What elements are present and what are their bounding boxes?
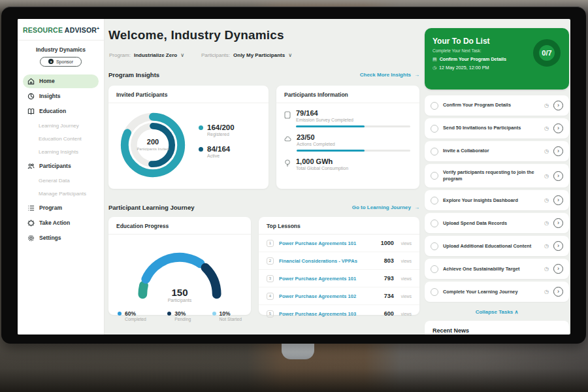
- task-row-verify-participants[interactable]: Verify participants requesting to join t…: [425, 164, 569, 188]
- task-row-send-invitations[interactable]: Send 50 Invitations to Participants ◷ ›: [425, 118, 569, 139]
- logo-secondary: ADVISOR+: [65, 26, 100, 34]
- clipboard-icon: ▤: [433, 57, 437, 62]
- task-row-invite-collaborator[interactable]: Invite a Collaborator ◷ ›: [425, 141, 569, 161]
- task-checkbox[interactable]: [431, 102, 438, 110]
- program-select[interactable]: Program: Industrialize Zero ∨: [109, 52, 184, 58]
- legend-item: 30%Pending: [167, 310, 191, 321]
- take-action-icon: [27, 220, 35, 227]
- sidebar-item-program[interactable]: Program: [23, 201, 99, 215]
- sidebar-item-manage-participants[interactable]: Manage Participants: [23, 188, 99, 200]
- clock-icon: ◷: [544, 220, 549, 226]
- task-row-upload-educational-content[interactable]: Upload Additional Educational Content ◷ …: [425, 236, 569, 256]
- sidebar-item-general-data[interactable]: General Data: [23, 174, 99, 187]
- participants-select[interactable]: Participants: Only My Participants ∨: [201, 52, 292, 58]
- invited-donut-chart: 200 Participants Invited: [118, 110, 188, 180]
- task-checkbox[interactable]: [431, 172, 438, 180]
- collapse-tasks-link[interactable]: Collapse Tasks ∧: [425, 304, 569, 321]
- clock-icon: ◷: [433, 65, 436, 71]
- donut-center-label: Participants Invited: [137, 147, 169, 152]
- rank-badge: 3: [267, 275, 274, 282]
- legend-item: 84/164 Active: [199, 145, 235, 158]
- lesson-link[interactable]: Financial Considerations - VPPAs: [279, 258, 379, 264]
- sidebar-item-take-action[interactable]: Take Action: [23, 216, 99, 230]
- task-row-explore-insights[interactable]: Explore Your Insights Dashboard ◷ ›: [425, 190, 569, 210]
- task-row-achieve-target[interactable]: Achieve One Sustainability Target ◷ ›: [425, 259, 569, 279]
- todo-header-card: Your To Do List Complete Your Next Task:…: [425, 28, 569, 90]
- section-title: Program Insights: [108, 71, 159, 78]
- rank-badge: 1: [267, 240, 274, 247]
- people-icon: [27, 163, 35, 170]
- monitor-bezel: RESOURCE ADVISOR+ Industry Dynamics ● Sp…: [1, 7, 586, 344]
- lesson-link[interactable]: Power Purchase Agreements 103: [279, 311, 379, 317]
- task-checkbox[interactable]: [431, 220, 438, 227]
- todo-progress-ring: 0/7: [533, 39, 561, 67]
- sidebar-item-education-content[interactable]: Education Content: [23, 133, 99, 145]
- divider: [108, 234, 251, 235]
- chevron-right-button[interactable]: ›: [553, 241, 563, 251]
- chevron-right-button[interactable]: ›: [553, 101, 563, 110]
- task-checkbox[interactable]: [431, 125, 438, 133]
- chevron-right-button[interactable]: ›: [553, 287, 563, 297]
- task-checkbox[interactable]: [431, 242, 438, 250]
- chevron-right-button[interactable]: ›: [553, 264, 563, 274]
- legend-dot: [167, 312, 171, 316]
- lesson-row: 1 Power Purchase Agreements 101 1000 vie…: [259, 235, 419, 252]
- gear-icon: [27, 235, 35, 242]
- chevron-right-button[interactable]: ›: [553, 146, 563, 156]
- chevron-right-button[interactable]: ›: [553, 171, 563, 181]
- sidebar-item-label: Program: [39, 204, 62, 211]
- arrow-right-icon: →: [414, 204, 419, 210]
- sidebar-item-settings[interactable]: Settings: [23, 231, 99, 245]
- gauge-center-value: 150: [124, 287, 235, 298]
- legend-item: 164/200 Registered: [199, 123, 235, 137]
- sidebar-item-learning-insights[interactable]: Learning Insights: [23, 146, 99, 158]
- sidebar-item-home[interactable]: Home: [23, 74, 99, 88]
- legend-dot: [212, 312, 216, 316]
- clock-icon: ◷: [544, 266, 549, 272]
- task-row-upload-spend-data[interactable]: Upload Spend Data Records ◷ ›: [425, 213, 569, 233]
- rank-badge: 5: [267, 310, 274, 318]
- lesson-link[interactable]: Power Purchase Agreements 101: [279, 240, 376, 246]
- chevron-right-button[interactable]: ›: [553, 123, 563, 133]
- consumption-icon: [284, 159, 291, 167]
- task-checkbox[interactable]: [431, 265, 438, 273]
- legend-item: 10%Not Started: [212, 310, 242, 321]
- chevron-right-button[interactable]: ›: [553, 218, 563, 228]
- book-icon: [27, 108, 35, 115]
- stat-row: 79/164 Emission Survey Completed: [276, 103, 419, 127]
- progress-fill: [297, 150, 365, 152]
- sidebar-item-education[interactable]: Education: [23, 105, 99, 118]
- task-checkbox[interactable]: [431, 148, 438, 155]
- sidebar-item-participants[interactable]: Participants: [23, 159, 99, 173]
- sidebar-item-insights[interactable]: Insights: [23, 90, 99, 103]
- divider: [18, 40, 104, 41]
- todo-panel: Your To Do List Complete Your Next Task:…: [425, 28, 569, 335]
- chevron-right-button[interactable]: ›: [553, 195, 563, 205]
- clock-icon: ◷: [544, 148, 549, 154]
- main-content: Welcome, Industry Dynamics Program: Indu…: [108, 19, 419, 335]
- lesson-link[interactable]: Power Purchase Agreements 102: [279, 293, 379, 299]
- page-title: Welcome, Industry Dynamics: [108, 28, 284, 42]
- lesson-link[interactable]: Power Purchase Agreements 101: [279, 276, 379, 282]
- actions-icon: [284, 135, 291, 142]
- sidebar-item-label: Participants: [39, 163, 71, 169]
- task-checkbox[interactable]: [431, 288, 438, 296]
- card-title: Invited Participants: [108, 86, 269, 103]
- task-row-complete-learning-journey[interactable]: Complete Your Learning Journey ◷ ›: [425, 282, 569, 302]
- chevron-down-icon: ∨: [180, 52, 184, 58]
- go-to-learning-journey-link[interactable]: Go to Learning Journey →: [352, 204, 419, 210]
- program-insights-header: Program Insights Check More Insights →: [108, 71, 419, 78]
- lesson-row: 4 Power Purchase Agreements 102 734 view…: [259, 287, 419, 305]
- card-title: Top Lessons: [259, 217, 419, 234]
- task-row-confirm-program[interactable]: Confirm Your Program Details ◷ ›: [425, 95, 569, 116]
- top-lessons-card: Top Lessons 1 Power Purchase Agreements …: [259, 217, 419, 315]
- invited-participants-card: Invited Participants 200 Participants In…: [108, 86, 269, 189]
- education-progress-card: Education Progress 150 Participants: [108, 217, 251, 315]
- chevron-down-icon: ∨: [288, 52, 292, 58]
- task-checkbox[interactable]: [431, 197, 438, 204]
- sponsor-label: Sponsor: [56, 59, 73, 64]
- sidebar-item-learning-journey[interactable]: Learning Journey: [23, 120, 99, 132]
- check-more-insights-link[interactable]: Check More Insights →: [360, 72, 419, 78]
- stat-row: 1,000 GWh Total Global Consumption: [276, 152, 419, 174]
- todo-task-list: Confirm Your Program Details ◷ › Send 50…: [425, 95, 569, 302]
